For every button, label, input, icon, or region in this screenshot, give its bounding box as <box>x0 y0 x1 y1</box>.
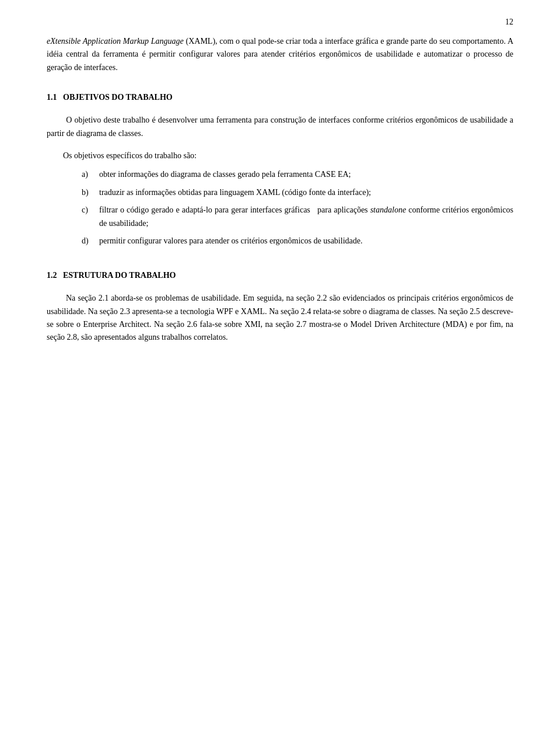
list-item: c) filtrar o código gerado e adaptá-lo p… <box>82 204 513 230</box>
section-title-1-2: ESTRUTURA DO TRABALHO <box>63 271 176 280</box>
list-text-c: filtrar o código gerado e adaptá-lo para… <box>99 204 513 230</box>
list-intro-text: Os objetivos específicos do trabalho são… <box>47 149 513 162</box>
objectives-intro-paragraph: O objetivo deste trabalho é desenvolver … <box>47 114 513 140</box>
list-label-c: c) <box>82 204 99 217</box>
page: 12 eXtensible Application Markup Languag… <box>0 0 560 749</box>
structure-paragraph: Na seção 2.1 aborda-se os problemas de u… <box>47 292 513 344</box>
list-item: d) permitir configurar valores para aten… <box>82 235 513 248</box>
section-number-1-1: 1.1 <box>47 93 57 102</box>
list-label-a: a) <box>82 168 99 181</box>
page-number: 12 <box>505 18 513 27</box>
section-heading-1-1: 1.1 OBJETIVOS DO TRABALHO <box>47 93 513 102</box>
list-item: a) obter informações do diagrama de clas… <box>82 168 513 181</box>
list-text-a: obter informações do diagrama de classes… <box>99 168 513 181</box>
objectives-list: a) obter informações do diagrama de clas… <box>82 168 513 248</box>
list-label-b: b) <box>82 186 99 199</box>
list-item: b) traduzir as informações obtidas para … <box>82 186 513 199</box>
list-text-d: permitir configurar valores para atender… <box>99 235 513 248</box>
section-heading-1-2: 1.2 ESTRUTURA DO TRABALHO <box>47 271 513 280</box>
section-title-1-1: OBJETIVOS DO TRABALHO <box>63 93 173 102</box>
list-text-b: traduzir as informações obtidas para lin… <box>99 186 513 199</box>
intro-paragraph: eXtensible Application Markup Language (… <box>47 35 513 74</box>
section-number-1-2: 1.2 <box>47 271 57 280</box>
list-label-d: d) <box>82 235 99 248</box>
